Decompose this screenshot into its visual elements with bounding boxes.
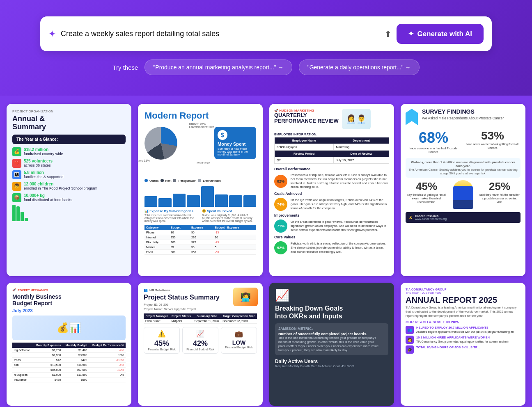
col-status: Project Status [170,313,193,319]
col-name [12,343,32,348]
modern-report-title: Modern Report [144,110,256,121]
gallery: Project Organization Annual &Summary The… [0,96,532,407]
rocket-icon: 🚀 [12,288,16,292]
generate-button[interactable]: ✦ Generate with AI [397,24,484,44]
stat-53: 53% have never worried about getting Pro… [465,129,521,154]
spent-saved-desc: Budget was originally $1,363. A total of… [202,214,256,222]
budget-month: July 2023 [12,308,126,313]
mini-bar-chart [12,205,126,221]
project-status-val: Midpoint [170,319,193,324]
col-summary-date: Summary Date [193,313,221,319]
legend-transport: Transportation [173,179,196,182]
jameson-metric-section: JAMESON METRIC: Number of successfully c… [275,323,388,355]
hero-section: ✦ ⬆ ✦ Generate with AI Try these "Produc… [0,0,532,96]
food-icon: 📦 [12,193,21,202]
stat-25: 25% said they never felt the need for a … [479,180,521,209]
survey-stats-grid: 68% know someone who has had Prostate Ca… [406,129,521,154]
table-row: ing Software$1,200$1,400-4% [12,348,126,353]
metric-overall: 82% Possesses a disciplined, reliable wo… [274,173,389,189]
reach-text-2: 10.1 MILLION HIRED APPLICANTS WERE WOMEN… [416,336,509,343]
table-row: Internet25023020 [144,235,256,240]
card-project-status[interactable]: 👥 HR Solutions Project Status Summary Pr… [138,283,263,406]
table-row: $84,000$97,000-10% [12,368,126,373]
col-perf: Budget Performance % [89,343,126,348]
table-row: Phone8095-15 [144,230,256,235]
emp-info-table: Employee Name Department Felicia Nguyen … [274,137,389,164]
table-row: Insurance$480$600 [12,377,126,382]
table-row: tion$10,500$14,500-4% [12,363,126,368]
report-year-title: ANNUAL REPORT 2025 [406,296,521,304]
org-label: Project Organization [12,110,126,113]
col-diff: Budget - Expense [213,225,256,230]
annual-title: Annual &Summary [12,115,126,131]
expense-by-subcategories: 📊 Expense By Sub-Categories Total expens… [144,209,199,222]
dau-title: Daily Active Users [275,359,388,364]
dau-desc: Required Monthly Growth Rate to Achieve … [275,364,388,368]
card-annual-summary[interactable]: Project Organization Annual &Summary The… [7,104,131,276]
upload-icon[interactable]: ⬆ [385,29,392,39]
bar-1 [12,205,16,221]
bar-m-6 [215,194,228,207]
perf-header: 🚀 HUDSON MARKETING QUARTERLYPERFORMANCE … [274,109,389,129]
stat-45-value: 45% [406,180,447,193]
stat-food: 📦 10,000+ kg food distributed at food ba… [12,193,126,202]
card-okrs[interactable]: 📈 Breaking Down GoalsInto OKRs and Input… [269,283,394,406]
skills-icon: 🎓 [406,345,414,354]
metric-improvements: 71% Of the areas identified in past revi… [274,220,389,233]
expense-table: Category Budget Expense Budget - Expense… [144,225,256,255]
hr-icon: 👥 [144,288,148,292]
money-icon: 💰 [12,147,21,156]
gallery-row-1: Project Organization Annual &Summary The… [7,104,525,276]
stat-25-desc: said they never felt the need for a pros… [479,193,521,204]
bar-m-8 [243,195,256,207]
try-these-label: Try these [112,64,138,71]
risk-icon-1: ⚠️ [147,330,177,338]
money-spent-box: $ Money Spent Summary of how much money … [214,127,256,159]
gallery-row-2: 🚀 ROCKET MECHANICS Monthly BusinessBudge… [7,283,525,406]
perf-text-improvements: Of the areas identified in past reviews,… [291,220,389,232]
table-row: Electricity300375-75 [144,240,256,245]
progress-low-risk: 💼 LOW Financial Budget Risk [221,327,257,354]
pct-45: 45% [147,339,177,348]
table-row: rt Supplies$1,900$11,5000% [12,373,126,377]
card-modern-report[interactable]: Modern Report Utilities: 28% Entertainme… [138,104,263,276]
stat-53-value: 53% [465,129,521,142]
section-goals: Goals Achieved [274,192,389,196]
card-budget-report[interactable]: 🚀 ROCKET MECHANICS Monthly BusinessBudge… [7,283,131,406]
table-row: Food300350-50 [144,250,256,255]
chart-icon: 📈 [275,288,388,302]
reach-item-2: 👩 10.1 MILLION HIRED APPLICANTS WERE WOM… [406,336,521,344]
spent-saved-title: 😊 Spent vs. Saved [202,209,256,213]
pct-low: LOW [224,339,254,346]
women-icon: 👩 [406,336,414,344]
stat-families: 👨‍👩‍👧 5.8 million families fed & support… [12,170,126,179]
money-spent-desc: Summary of how much money was spent in t… [218,147,253,156]
survey-title: SURVEY FINDINGS [422,109,504,115]
dollar-icon: $ [218,130,227,140]
bar-m-3 [173,194,186,207]
suggestion-chip-2[interactable]: "Generate a daily operations report..." … [299,59,420,75]
legend-row: Utilities Rent Transportation Entertainm… [144,178,256,183]
stat-45-desc: say the idea of getting a rectal exam ma… [406,193,447,204]
bar-4 [25,218,28,221]
col-monthly-bud: Monthly Budget [62,343,89,348]
budget-title: Monthly BusinessBudget Report [12,293,126,306]
suggestion-chip-1[interactable]: "Produce an annual marketing analysis re… [144,59,292,75]
children-icon: 👦 [12,182,21,191]
col-expense: Expense [190,225,213,230]
col-category: Category [144,225,169,230]
card-survey-findings[interactable]: SURVEY FINDINGS We Asked Male Respondent… [401,104,525,276]
card-performance-review[interactable]: 🚀 HUDSON MARKETING QUARTERLYPERFORMANCE … [269,104,394,276]
project-photo: 👩‍💻 [233,288,258,306]
budget-illustration: 💰📊 [12,316,126,340]
metric-goals: 74% Of the Q2 traffic and acquisition ta… [274,198,389,211]
budget-logo: 🚀 ROCKET MECHANICS [12,288,126,292]
pie-label-transportation: Transportation: 19% [138,159,150,162]
year-at-glance: The Year at a Glance: [12,135,126,144]
section-overall: Overall Performance [274,167,389,171]
cancer-research-url: www.cancerresearch.org [415,217,447,220]
search-input[interactable] [61,30,380,38]
card-annual-2025[interactable]: TIA CONSULTANCY GROUP THE RIGHT JOB FOR … [401,283,525,406]
hr-solutions-label: HR Solutions [149,288,170,292]
expense-subcategory-title: 📊 Expense By Sub-Categories [144,209,199,213]
